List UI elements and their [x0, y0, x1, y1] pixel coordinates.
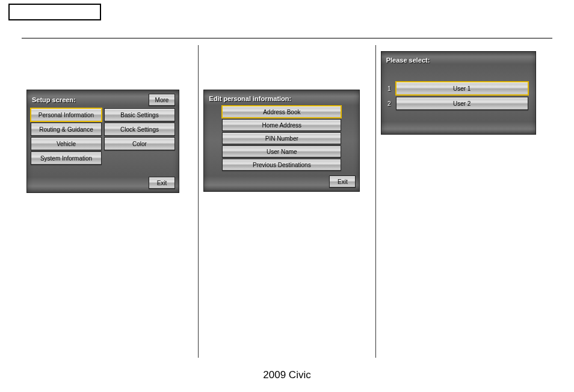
- setup-footer: Exit: [31, 177, 175, 189]
- epi-item-home-address[interactable]: Home Address: [222, 119, 341, 131]
- epi-item-user-name[interactable]: User Name: [222, 145, 341, 158]
- epi-list: Address Book Home Address PIN Number Use…: [208, 106, 356, 171]
- columns: Setup screen: More Personal Information …: [22, 45, 552, 358]
- setup-item-basic-settings[interactable]: Basic Settings: [104, 108, 175, 121]
- setup-header: Setup screen: More: [31, 94, 175, 106]
- setup-grid: Personal Information Basic Settings Rout…: [31, 108, 175, 165]
- column-2: Edit personal information: Address Book …: [198, 45, 375, 358]
- ps-item-user-2[interactable]: User 2: [396, 97, 528, 110]
- epi-title: Edit personal information:: [209, 95, 356, 102]
- edit-personal-info-panel: Edit personal information: Address Book …: [203, 90, 360, 192]
- ps-row-2: 2 User 2: [386, 97, 528, 110]
- column-1: Setup screen: More Personal Information …: [22, 45, 198, 358]
- setup-item-clock-settings[interactable]: Clock Settings: [104, 123, 175, 136]
- ps-num-1: 1: [386, 85, 392, 92]
- setup-exit-button[interactable]: Exit: [149, 177, 175, 189]
- ps-body: 1 User 1 2 User 2: [385, 82, 532, 110]
- column-3: Please select: 1 User 1 2 User 2: [375, 45, 552, 358]
- setup-item-color[interactable]: Color: [104, 137, 175, 150]
- ps-num-2: 2: [386, 100, 392, 107]
- epi-item-pin-number[interactable]: PIN Number: [222, 132, 341, 144]
- epi-item-address-book[interactable]: Address Book: [222, 106, 341, 118]
- setup-item-system-information[interactable]: System Information: [31, 152, 102, 165]
- ps-row-1: 1 User 1: [386, 82, 528, 95]
- setup-item-vehicle[interactable]: Vehicle: [31, 137, 102, 150]
- more-button[interactable]: More: [149, 94, 175, 106]
- footer-text: 2009 Civic: [0, 369, 574, 381]
- setup-item-personal-information[interactable]: Personal Information: [31, 108, 102, 121]
- ps-title: Please select:: [386, 57, 532, 64]
- setup-item-routing-guidance[interactable]: Routing & Guidance: [31, 123, 102, 136]
- horizontal-rule: [22, 38, 552, 38]
- epi-exit-button[interactable]: Exit: [329, 176, 356, 188]
- epi-item-previous-destinations[interactable]: Previous Destinations: [222, 159, 341, 171]
- epi-footer: Exit: [208, 176, 356, 188]
- setup-title: Setup screen:: [32, 96, 76, 103]
- setup-panel: Setup screen: More Personal Information …: [26, 90, 179, 193]
- ps-item-user-1[interactable]: User 1: [396, 82, 528, 95]
- top-empty-box: [8, 4, 101, 20]
- please-select-panel: Please select: 1 User 1 2 User 2: [381, 51, 536, 135]
